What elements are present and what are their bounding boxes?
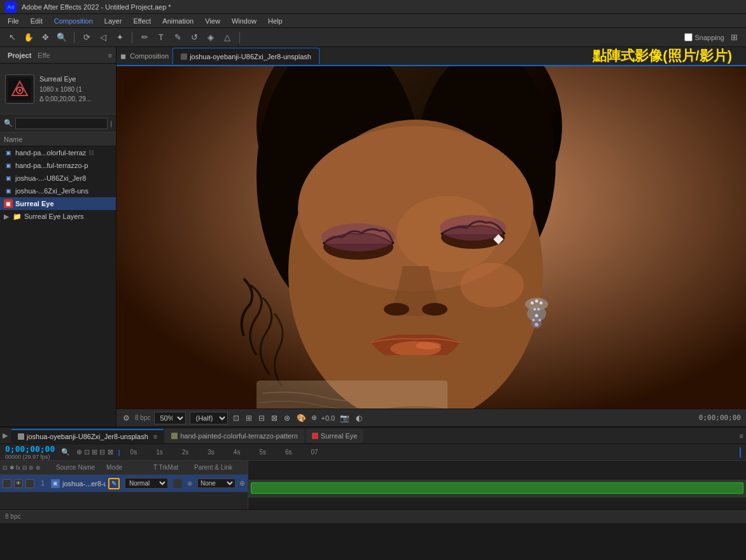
tool-star[interactable]: ✦ <box>113 31 127 45</box>
th-name: Source Name <box>56 464 104 471</box>
file-name-1: hand-pa...olorful-terraz <box>15 149 86 157</box>
menu-bar: File Edit Composition Layer Effect Anima… <box>0 14 746 28</box>
menu-view[interactable]: View <box>200 16 225 26</box>
timecode-display: 0;00;00;00 <box>5 444 55 454</box>
viewer-settings-btn[interactable]: ⚙ <box>122 412 131 424</box>
guide-btn[interactable]: ⊠ <box>270 412 279 424</box>
track-solo-1[interactable] <box>3 479 11 488</box>
timeline-tab-menu-1[interactable]: ≡ <box>153 433 157 440</box>
snapping-checkbox[interactable] <box>684 33 693 41</box>
toolbar-sep-2 <box>132 32 132 43</box>
panel-menu-btn[interactable]: ≡ <box>108 52 112 59</box>
menu-animation[interactable]: Animation <box>157 16 199 26</box>
th-icons: ⊡ ✱ fx ⊟ ⊛ ⊕ <box>3 465 53 471</box>
file-item-2[interactable]: ▣ hand-pa...ful-terrazzo-p <box>0 159 116 172</box>
tool-brush[interactable]: ✎ <box>171 31 185 45</box>
tool-zoom[interactable]: 🔍 <box>55 31 69 45</box>
tool-text[interactable]: T <box>154 31 168 45</box>
file-item-1[interactable]: ▣ hand-pa...olorful-terraz ⛓ <box>0 146 116 159</box>
source-name-header: Source Name <box>56 464 95 471</box>
tl-ctrl-icons: ⊕ ⊡ ⊞ ⊟ ⊠ <box>76 448 113 456</box>
timeline-expand-btn[interactable]: ≡ <box>740 432 743 440</box>
comp-tab-main[interactable]: joshua-oyebanji-U86Zxi_Jer8-unsplash <box>172 48 320 64</box>
timeline-tab-2[interactable]: hand-painted-colorful-terrazzo-pattern <box>165 429 304 443</box>
folder-expand-icon: ▶ <box>4 213 9 221</box>
file-item-3[interactable]: ▣ joshua-...-U86Zxi_Jer8 <box>0 172 116 185</box>
snapping-control[interactable]: Snapping ⊞ <box>684 31 742 45</box>
tool-clone[interactable]: ↺ <box>187 31 201 45</box>
snapshot-btn[interactable]: 📷 <box>339 412 351 424</box>
file-img-icon-4: ▣ <box>4 186 13 195</box>
exposure-num: +0.0 <box>321 414 335 422</box>
effects-tab[interactable]: Effe <box>38 52 50 59</box>
track-lane-1 <box>248 480 746 498</box>
track-pencil-1[interactable]: ✎ <box>108 478 120 489</box>
track-parent-1[interactable]: None <box>197 479 236 488</box>
comp-thumbnail-svg <box>8 78 31 101</box>
quality-select[interactable]: (Half) <box>190 412 228 424</box>
tc-container: 0;00;00;00 00000 (29.97 fps) <box>5 444 55 460</box>
project-thumbnail: Surreal Eye 1080 x 1080 (1 Δ 0;00;20;00,… <box>0 64 116 115</box>
tool-rotate[interactable]: ⟳ <box>80 31 94 45</box>
color-btn[interactable]: 🎨 <box>295 412 307 424</box>
ruler-1s: 1s <box>156 449 163 456</box>
svg-point-19 <box>460 263 524 307</box>
file-item-4[interactable]: ▣ joshua-...6Zxi_Jer8-uns <box>0 185 116 197</box>
file-list: ▣ hand-pa...olorful-terraz ⛓ ▣ hand-pa..… <box>0 146 116 426</box>
timeline-section: ▶ joshua-oyebanji-U86Zxi_Jer8-unsplash ≡… <box>0 426 746 509</box>
menu-effect[interactable]: Effect <box>128 16 156 26</box>
th-trkmat: T TrkMat <box>153 464 192 471</box>
alpha-btn[interactable]: ◐ <box>355 412 363 424</box>
tl-ruler-preview: 0s 1s 2s 3s 4s 5s 6s 07 <box>125 449 735 456</box>
fit-btn[interactable]: ⊡ <box>232 412 241 424</box>
mode-header: Mode <box>106 464 122 471</box>
comp-label: Composition <box>130 52 169 60</box>
tool-hand[interactable]: ✋ <box>22 31 36 45</box>
timeline-tab-3[interactable]: Surreal Eye <box>306 429 363 443</box>
thumb-info: Surreal Eye 1080 x 1080 (1 Δ 0;00;20;00,… <box>39 74 91 104</box>
svg-rect-36 <box>257 381 447 409</box>
tool-puppet[interactable]: △ <box>220 31 234 45</box>
track-row-1[interactable]: 👁 1 ▣ joshua-...er8-unsplash.jp ✎ Normal… <box>0 475 248 493</box>
tab-icon-1 <box>18 433 24 440</box>
menu-file[interactable]: File <box>3 16 24 26</box>
menu-window[interactable]: Window <box>227 16 262 26</box>
portrait-svg <box>116 66 746 409</box>
search-icon: 🔍 <box>4 119 13 127</box>
track-lock-1[interactable] <box>25 479 34 488</box>
pixel-btn[interactable]: ⊞ <box>244 412 253 424</box>
thumb-icon <box>5 74 34 104</box>
svg-point-27 <box>540 302 543 305</box>
menu-help[interactable]: Help <box>263 16 288 26</box>
track-visible-1[interactable]: 👁 <box>14 479 23 488</box>
menu-composition[interactable]: Composition <box>49 16 98 26</box>
tool-pen[interactable]: ✏ <box>137 31 151 45</box>
project-search[interactable]: 🔍 | <box>0 115 116 132</box>
menu-layer[interactable]: Layer <box>99 16 127 26</box>
menu-edit[interactable]: Edit <box>25 16 48 26</box>
main-layout: Project Effe ≡ Surreal Eye 1080 x 1080 (… <box>0 47 746 426</box>
lane-bar-1 <box>251 482 743 494</box>
comp-tab-name: joshua-oyebanji-U86Zxi_Jer8-unsplash <box>190 53 311 60</box>
tool-move[interactable]: ✥ <box>38 31 52 45</box>
ruler-4s: 4s <box>234 449 241 456</box>
snapping-text: Snapping <box>695 34 725 41</box>
file-name-2: hand-pa...ful-terrazzo-p <box>15 162 88 169</box>
svg-point-3 <box>18 89 21 92</box>
search-layer-btn[interactable]: 🔍 <box>60 447 71 458</box>
file-item-5[interactable]: ▣ Surreal Eye <box>0 197 116 210</box>
tool-camera[interactable]: ◁ <box>96 31 110 45</box>
file-item-6[interactable]: ▶ 📁 Surreal Eye Layers <box>0 210 116 223</box>
timeline-tab-1[interactable]: joshua-oyebanji-U86Zxi_Jer8-unsplash ≡ <box>11 429 164 443</box>
expand-btn[interactable]: ⊞ <box>727 31 741 45</box>
overlay-btn[interactable]: ⊛ <box>283 412 292 424</box>
tool-arrow[interactable]: ↖ <box>5 31 19 45</box>
file-list-header: Name <box>0 132 116 146</box>
search-input[interactable] <box>15 118 108 129</box>
track-mode-1[interactable]: Normal <box>125 478 168 489</box>
grid-btn[interactable]: ⊟ <box>257 412 266 424</box>
project-tab[interactable]: Project <box>4 50 35 60</box>
tool-eraser[interactable]: ◈ <box>204 31 218 45</box>
zoom-select[interactable]: 50% <box>154 412 186 424</box>
viewer-timecode: 0;00;00;00 <box>699 414 741 422</box>
